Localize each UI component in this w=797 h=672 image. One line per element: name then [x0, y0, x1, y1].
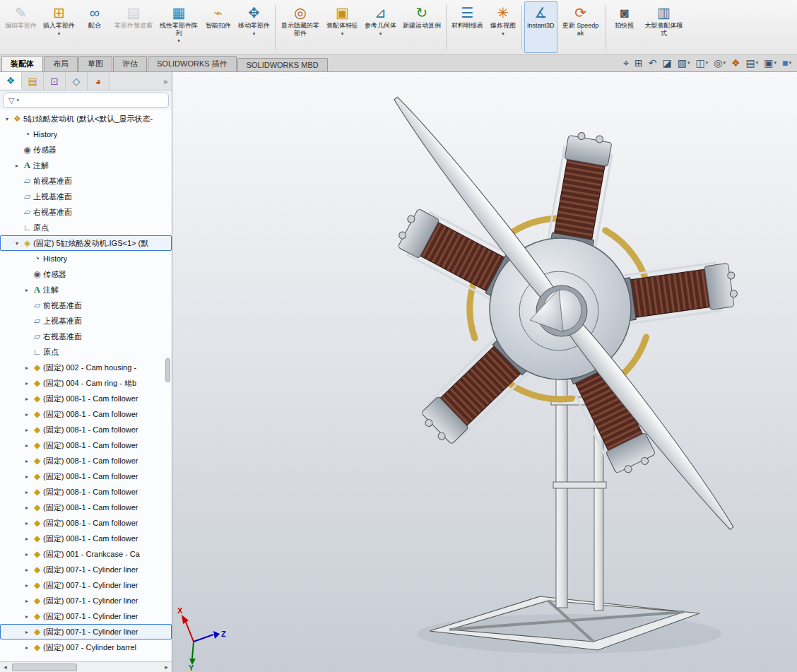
expand-arrow-icon[interactable]: ▸: [23, 598, 31, 604]
tree-item[interactable]: ▸ ◆ (固定) 007-1 - Cylinder liner: [0, 577, 172, 593]
graphics-area[interactable]: X Y Z: [172, 72, 797, 672]
tree-item[interactable]: ▸ ◆ (固定) 008-1 - Cam follower: [0, 406, 172, 422]
tree-item[interactable]: ▱ 前视基准面: [0, 297, 172, 313]
expand-arrow-icon[interactable]: ▸: [13, 163, 21, 169]
expand-arrow-icon[interactable]: ▸: [23, 458, 31, 464]
expand-arrow-icon[interactable]: ▸: [23, 287, 31, 293]
toolbar-button[interactable]: ◙ 拍快照 ▾: [608, 1, 641, 53]
tree-item[interactable]: ▸ ◆ (固定) 008-1 - Cam follower: [0, 531, 172, 546]
toolbar-button[interactable]: ◎ 显示隐藏的零部件 ▾: [278, 1, 323, 53]
toolbar-button[interactable]: ⊞ 插入零部件 ▾: [40, 1, 78, 53]
toolbar-button[interactable]: ↻ 新建运动算例 ▾: [400, 1, 444, 53]
tree-item[interactable]: ◔ History: [0, 251, 172, 266]
tree-item[interactable]: ▸ ◆ (固定) 008-1 - Cam follower: [0, 484, 172, 500]
tree-item[interactable]: ◔ History: [0, 126, 172, 142]
previous-view-button[interactable]: ↶: [649, 57, 657, 69]
tree-item[interactable]: ▸ ◆ (固定) 001 - Crankcase - Ca: [0, 546, 172, 562]
tab-sketch[interactable]: 草图: [78, 56, 112, 71]
toolbar-button[interactable]: ✳ 爆炸视图 ▾: [487, 1, 519, 53]
tree-item[interactable]: ▸ ◆ (固定) 008-1 - Cam follower: [0, 391, 172, 406]
tree-item[interactable]: ▸ ◆ (固定) 008-1 - Cam follower: [0, 500, 172, 515]
toolbar-button[interactable]: ⟳ 更新 Speedpak ▾: [558, 1, 603, 53]
expand-arrow-icon[interactable]: ▸: [23, 505, 31, 511]
tree-item[interactable]: ◉ 传感器: [0, 266, 172, 282]
tree-item[interactable]: ▱ 上视基准面: [0, 189, 172, 204]
filter-dropdown-icon[interactable]: ▾: [16, 98, 19, 103]
tree-item[interactable]: ▱ 右视基准面: [0, 204, 172, 220]
tree-item[interactable]: ▱ 右视基准面: [0, 329, 172, 344]
tree-item[interactable]: ∟ 原点: [0, 220, 172, 235]
dropdown-caret-icon[interactable]: ▾: [177, 37, 180, 44]
dropdown-caret-icon[interactable]: ▾: [379, 30, 382, 37]
expand-arrow-icon[interactable]: ▸: [23, 582, 31, 589]
toolbar-button[interactable]: ✥ 移动零部件 ▾: [235, 1, 273, 53]
configurationmanager-tab[interactable]: ⊡: [44, 72, 66, 90]
expand-arrow-icon[interactable]: ▸: [23, 613, 31, 620]
dropdown-caret-icon[interactable]: ▾: [253, 30, 256, 37]
tree-item[interactable]: ▸ ◆ (固定) 004 - Cam ring - 糃b: [0, 375, 172, 391]
expand-arrow-icon[interactable]: ▾: [3, 116, 11, 122]
expand-arrow-icon[interactable]: ▾: [13, 240, 21, 247]
section-view-button[interactable]: ◪: [662, 57, 671, 69]
dropdown-caret-icon[interactable]: ▾: [58, 30, 61, 37]
tab-evaluate[interactable]: 评估: [113, 56, 147, 71]
apply-scene-button[interactable]: ▤▾: [746, 57, 759, 69]
tree-item[interactable]: ▸ ◆ (固定) 008-1 - Cam follower: [0, 453, 172, 468]
tree-item[interactable]: ▸ ◆ (固定) 007-1 - Cylinder liner: [0, 608, 172, 624]
expand-arrow-icon[interactable]: ▸: [23, 536, 31, 542]
dropdown-caret-icon[interactable]: ▾: [723, 57, 726, 69]
expand-arrow-icon[interactable]: ▸: [23, 567, 31, 573]
toolbar-button[interactable]: ☰ 材料明细表 ▾: [449, 1, 486, 53]
tree-item[interactable]: ▾ ◈ (固定) 5缸炫酷发动机.IGS<1> (默: [0, 235, 172, 251]
toolbar-button[interactable]: ⊿ 参考几何体 ▾: [362, 1, 399, 53]
tree-item[interactable]: ▸ ◆ (固定) 008-1 - Cam follower: [0, 468, 172, 484]
dropdown-caret-icon[interactable]: ▾: [789, 57, 791, 69]
tree-item[interactable]: ▸ ◆ (固定) 007-1 - Cylinder liner: [0, 624, 172, 639]
expand-arrow-icon[interactable]: ▸: [23, 644, 31, 651]
tree-item[interactable]: ▸ A 注解: [0, 282, 172, 297]
toolbar-button[interactable]: ▤ 零部件预览窗 ▾: [112, 1, 155, 53]
view-settings-button[interactable]: ▣▾: [764, 57, 777, 69]
tree-item[interactable]: ▱ 上视基准面: [0, 313, 172, 329]
expand-arrow-icon[interactable]: ▸: [23, 520, 31, 526]
scroll-thumb[interactable]: [165, 358, 170, 382]
tree-item[interactable]: ∟ 原点: [0, 344, 172, 360]
tree-item[interactable]: ▸ ◆ (固定) 007-1 - Cylinder liner: [0, 562, 172, 577]
scroll-thumb[interactable]: [12, 664, 77, 671]
panel-horizontal-scrollbar[interactable]: ◂ ▸: [0, 661, 172, 672]
tree-item[interactable]: ◉ 传感器: [0, 142, 172, 158]
scroll-right-icon[interactable]: ▸: [161, 664, 172, 671]
tree-item[interactable]: ▸ ◆ (固定) 008-1 - Cam follower: [0, 515, 172, 531]
tab-assembly[interactable]: 装配体: [1, 56, 43, 71]
expand-arrow-icon[interactable]: ▸: [23, 489, 31, 495]
dimxpertmanager-tab[interactable]: ◇: [66, 72, 88, 90]
display-style-button[interactable]: ◫▾: [695, 57, 708, 69]
displaymanager-tab[interactable]: ◕: [88, 72, 110, 90]
dropdown-caret-icon[interactable]: ▾: [774, 57, 777, 69]
toolbar-button[interactable]: ✎ 编辑零部件 ▾: [2, 1, 40, 53]
expand-arrow-icon[interactable]: ▸: [23, 473, 31, 480]
panel-chevron-icon[interactable]: »: [110, 72, 172, 90]
toolbar-button[interactable]: ▦ 线性零部件阵列 ▾: [156, 1, 201, 53]
tree-item[interactable]: ▸ ◆ (固定) 007 - Cylinder barrel: [0, 639, 172, 655]
expand-arrow-icon[interactable]: ▸: [23, 365, 31, 371]
expand-arrow-icon[interactable]: ▸: [23, 629, 31, 635]
tree-item[interactable]: ▸ ◆ (固定) 002 - Cam housing -: [0, 360, 172, 375]
expand-arrow-icon[interactable]: ▸: [23, 442, 31, 449]
tab-layout[interactable]: 布局: [44, 56, 78, 71]
model-view[interactable]: X Y Z: [172, 72, 797, 672]
zoom-to-area-button[interactable]: ⊞: [634, 57, 643, 69]
dropdown-caret-icon[interactable]: ▾: [687, 57, 690, 69]
expand-arrow-icon[interactable]: ▸: [23, 551, 31, 558]
panel-vertical-scrollbar[interactable]: [165, 110, 172, 661]
toolbar-button[interactable]: ▣ 装配体特征 ▾: [324, 1, 361, 53]
edit-appearance-button[interactable]: ❖: [731, 57, 740, 69]
tree-item[interactable]: ▱ 前视基准面: [0, 173, 172, 189]
view-orientation-button[interactable]: ▧▾: [678, 57, 690, 69]
expand-arrow-icon[interactable]: ▸: [23, 396, 31, 402]
hide-show-items-button[interactable]: ◎▾: [714, 57, 726, 69]
dropdown-caret-icon[interactable]: ▾: [341, 30, 344, 37]
view-cube-button[interactable]: ■▾: [782, 57, 791, 69]
tree-item[interactable]: ▸ A 注解: [0, 158, 172, 173]
featuremanager-tab[interactable]: ❖: [0, 72, 22, 90]
